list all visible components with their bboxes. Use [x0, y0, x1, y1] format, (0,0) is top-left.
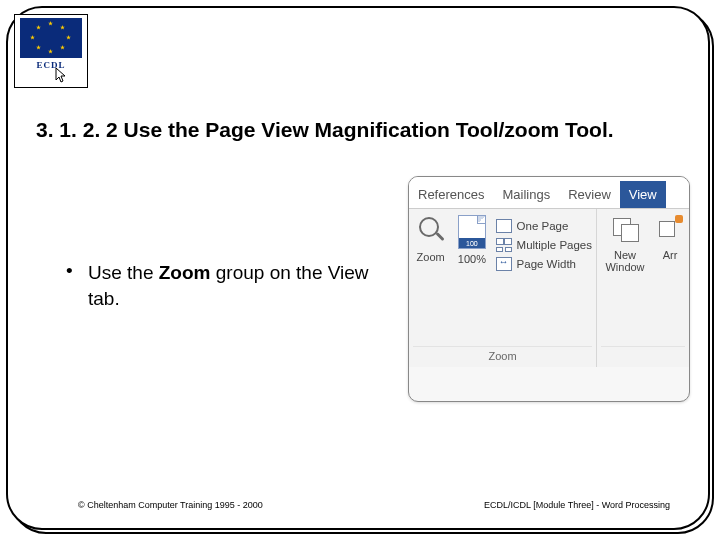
word-ribbon-screenshot: References Mailings Review View Zoom [408, 176, 690, 402]
one-page-button[interactable]: One Page [496, 219, 592, 233]
multiple-pages-button[interactable]: Multiple Pages [496, 238, 592, 252]
new-window-label: New Window [601, 249, 649, 273]
doc-100-badge: 100 [459, 238, 485, 248]
bullet-marker: • [66, 260, 88, 311]
zoom-group: Zoom 100 100% One Page [409, 209, 597, 367]
tab-mailings[interactable]: Mailings [493, 181, 559, 208]
new-window-button[interactable]: New Window [601, 215, 649, 273]
one-page-label: One Page [517, 220, 569, 232]
page-width-label: Page Width [517, 258, 576, 270]
bullet-item: • Use the Zoom group on the View tab. [66, 260, 396, 311]
zoom-100-label: 100% [458, 253, 486, 265]
tab-review[interactable]: Review [559, 181, 620, 208]
zoom-button[interactable]: Zoom [413, 215, 448, 263]
window-group: New Window Arr [597, 209, 689, 367]
tab-references[interactable]: References [409, 181, 493, 208]
zoom-options: One Page Multiple Pages Page Width [496, 215, 592, 271]
ribbon-body: Zoom 100 100% One Page [409, 209, 689, 367]
footer-copyright: © Cheltenham Computer Training 1995 - 20… [78, 500, 263, 510]
bullet-text: Use the Zoom group on the View tab. [88, 260, 396, 311]
slide-frame: ECDL 3. 1. 2. 2 Use the Page View Magnif… [6, 6, 710, 530]
new-window-icon [610, 215, 640, 245]
zoom-100-button[interactable]: 100 100% [454, 215, 489, 265]
magnifier-icon [415, 215, 447, 247]
tab-view[interactable]: View [620, 181, 666, 208]
page-width-icon [496, 257, 512, 271]
arrange-button[interactable]: Arr [655, 215, 685, 261]
page-width-button[interactable]: Page Width [496, 257, 592, 271]
bullet-pre: Use the [88, 262, 159, 283]
slide-title: 3. 1. 2. 2 Use the Page View Magnificati… [36, 118, 684, 142]
footer-module: ECDL/ICDL [Module Three] - Word Processi… [484, 500, 670, 510]
multiple-pages-label: Multiple Pages [517, 239, 592, 251]
eu-flag-icon [20, 18, 82, 58]
multiple-pages-icon [496, 238, 512, 252]
zoom-group-label: Zoom [413, 346, 592, 367]
one-page-icon [496, 219, 512, 233]
ecdl-logo: ECDL [14, 14, 88, 88]
ribbon-tabs: References Mailings Review View [409, 177, 689, 209]
cursor-icon [55, 67, 69, 86]
document-100-icon: 100 [458, 215, 486, 249]
arrange-label: Arr [663, 249, 678, 261]
bullet-bold: Zoom [159, 262, 211, 283]
arrange-icon [655, 215, 685, 245]
zoom-button-label: Zoom [417, 251, 445, 263]
